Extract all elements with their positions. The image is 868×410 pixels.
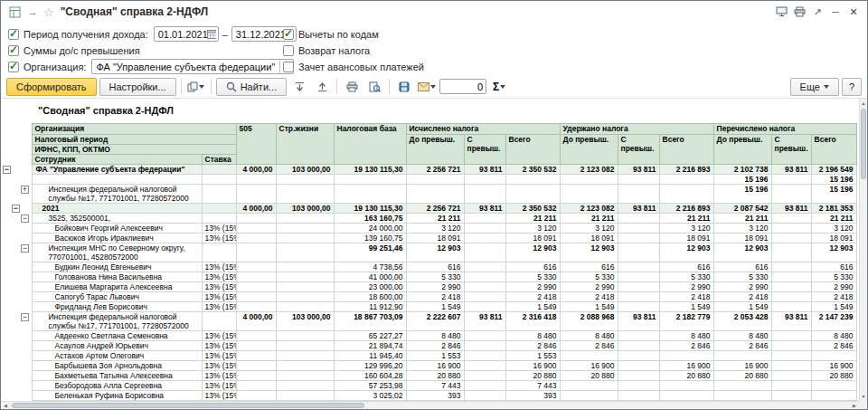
value-cell[interactable]: 99 251,46: [334, 243, 406, 262]
value-cell[interactable]: 93 811: [464, 204, 505, 214]
value-cell[interactable]: [771, 224, 811, 234]
open-link-icon[interactable]: ↗: [808, 4, 826, 20]
value-cell[interactable]: 24 000,00: [334, 224, 406, 234]
value-cell[interactable]: [618, 282, 659, 292]
value-cell[interactable]: [713, 351, 771, 361]
value-cell[interactable]: 21 211: [505, 214, 560, 224]
help-button[interactable]: ?: [842, 78, 862, 96]
value-cell[interactable]: [236, 282, 276, 292]
value-cell[interactable]: 93 811: [618, 312, 659, 331]
value-cell[interactable]: [464, 381, 505, 391]
value-cell[interactable]: 2 418: [713, 292, 771, 302]
value-cell[interactable]: 4 000,00: [236, 312, 276, 331]
value-cell[interactable]: 2 990: [406, 282, 464, 292]
value-cell[interactable]: [505, 175, 560, 185]
row-name-cell[interactable]: Бойкович Георгий Алексеевич: [32, 224, 202, 234]
value-cell[interactable]: 2 088 968: [560, 312, 618, 331]
value-cell[interactable]: 15 196: [811, 175, 856, 185]
rate-cell[interactable]: [202, 165, 236, 175]
value-cell[interactable]: [464, 361, 505, 371]
header-transferred-total[interactable]: Всего: [811, 135, 856, 165]
value-cell[interactable]: 57 253,98: [334, 381, 406, 391]
row-name-cell[interactable]: Авдеенко Светлана Семеновна: [32, 331, 202, 341]
value-cell[interactable]: 5 330: [713, 272, 771, 282]
value-cell[interactable]: 18 091: [713, 234, 771, 243]
value-cell[interactable]: 15 196: [713, 175, 771, 185]
rate-cell[interactable]: 13% (15%): [202, 234, 236, 243]
value-cell[interactable]: 2 181 353: [811, 204, 856, 214]
value-cell[interactable]: 12 903: [560, 243, 618, 262]
rate-cell[interactable]: 13% (15%): [202, 262, 236, 272]
value-cell[interactable]: 12 903: [406, 243, 464, 262]
header-ifns[interactable]: ИФНС, КПП, ОКТМО: [32, 145, 236, 155]
value-cell[interactable]: 16 900: [811, 361, 856, 371]
value-cell[interactable]: [771, 391, 811, 401]
value-cell[interactable]: 12 903: [505, 243, 560, 262]
value-cell[interactable]: 2 990: [659, 282, 713, 292]
value-cell[interactable]: 2 216 893: [659, 204, 713, 214]
value-cell[interactable]: [618, 243, 659, 262]
value-cell[interactable]: 103 000,00: [276, 312, 334, 331]
value-cell[interactable]: 5 330: [659, 272, 713, 282]
advance-offset-checkbox[interactable]: [283, 62, 294, 72]
value-cell[interactable]: 2 087 542: [713, 204, 771, 214]
value-cell[interactable]: 616: [659, 262, 713, 272]
more-button[interactable]: Еще: [790, 78, 839, 96]
collapse-icon[interactable]: −: [21, 244, 29, 253]
value-cell[interactable]: 2 350 532: [505, 204, 560, 214]
value-cell[interactable]: 1 549: [811, 302, 856, 312]
value-cell[interactable]: 7 443: [406, 381, 464, 391]
save-button[interactable]: [394, 78, 414, 96]
value-cell[interactable]: 21 894,74: [334, 341, 406, 351]
value-cell[interactable]: [464, 224, 505, 234]
value-cell[interactable]: [618, 292, 659, 302]
value-cell[interactable]: [276, 292, 334, 302]
value-cell[interactable]: [276, 381, 334, 391]
value-cell[interactable]: 18 600,00: [334, 292, 406, 302]
value-cell[interactable]: [713, 381, 771, 391]
send-button[interactable]: [417, 78, 437, 96]
row-name-cell[interactable]: Безбородова Алла Сергеевна: [32, 381, 202, 391]
value-cell[interactable]: 93 811: [618, 165, 659, 175]
value-cell[interactable]: [236, 341, 276, 351]
value-cell[interactable]: [276, 262, 334, 272]
value-cell[interactable]: [618, 234, 659, 243]
organization-checkbox[interactable]: [8, 62, 19, 72]
value-cell[interactable]: [618, 214, 659, 224]
find-next-button[interactable]: [289, 78, 309, 96]
rate-cell[interactable]: [202, 214, 236, 224]
value-cell[interactable]: 18 867 703,09: [334, 312, 406, 331]
value-cell[interactable]: [464, 302, 505, 312]
value-cell[interactable]: 16 900: [505, 361, 560, 371]
value-cell[interactable]: 3 120: [659, 224, 713, 234]
value-cell[interactable]: 15 196: [713, 185, 771, 204]
value-cell[interactable]: [236, 361, 276, 371]
value-cell[interactable]: 3 120: [811, 224, 856, 234]
row-name-cell[interactable]: Астахов Артем Олегович: [32, 351, 202, 361]
value-cell[interactable]: [659, 351, 713, 361]
value-cell[interactable]: [811, 351, 856, 361]
value-cell[interactable]: 616: [560, 262, 618, 272]
value-cell[interactable]: 21 211: [659, 214, 713, 224]
value-cell[interactable]: [560, 381, 618, 391]
value-cell[interactable]: [771, 234, 811, 243]
horizontal-scrollbar[interactable]: ◀ ▶: [1, 401, 859, 409]
value-cell[interactable]: 2 846: [560, 341, 618, 351]
value-cell[interactable]: 23 000,00: [334, 282, 406, 292]
value-cell[interactable]: 2 147 239: [811, 312, 856, 331]
row-name-cell[interactable]: Будкин Леонид Евгеньевич: [32, 262, 202, 272]
value-cell[interactable]: [464, 262, 505, 272]
value-cell[interactable]: 4 000,00: [236, 204, 276, 214]
value-cell[interactable]: 2 990: [505, 282, 560, 292]
value-cell[interactable]: [276, 371, 334, 381]
value-cell[interactable]: [464, 371, 505, 381]
autosum-field[interactable]: [439, 79, 486, 94]
value-cell[interactable]: 2 990: [560, 282, 618, 292]
value-cell[interactable]: [236, 214, 276, 224]
value-cell[interactable]: 16 900: [406, 361, 464, 371]
value-cell[interactable]: [236, 371, 276, 381]
value-cell[interactable]: 93 811: [771, 204, 811, 214]
value-cell[interactable]: [771, 302, 811, 312]
value-cell[interactable]: 3 120: [406, 224, 464, 234]
value-cell[interactable]: 2 846: [505, 341, 560, 351]
